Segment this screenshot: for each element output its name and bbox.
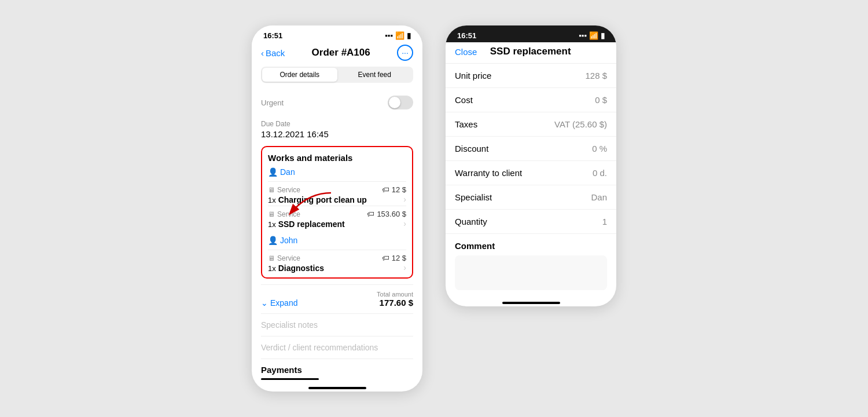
total-label: Total amount xyxy=(377,291,413,298)
chevron-down-icon: ⌄ xyxy=(261,298,268,308)
order-title: Order #A106 xyxy=(312,47,370,58)
specialist-dan[interactable]: 👤 Dan xyxy=(268,167,406,177)
expand-row: ⌄ Expand Total amount 177.60 $ xyxy=(261,284,413,313)
price-value-diagnostics: 12 $ xyxy=(392,254,406,262)
verdict-section[interactable]: Verdict / client recommendations xyxy=(261,336,413,359)
discount-value: 0 % xyxy=(592,144,607,153)
service-icon-diagnostics: 🖥 xyxy=(268,254,275,262)
cost-label: Cost xyxy=(455,95,473,105)
comment-section: Comment xyxy=(446,234,616,297)
expand-label: Expand xyxy=(270,298,297,308)
home-indicator-detail xyxy=(446,297,616,306)
status-icons-dark: ▪▪▪ 📶 ▮ xyxy=(579,31,605,40)
comment-box[interactable] xyxy=(455,255,607,290)
detail-row-quantity[interactable]: Quantity 1 xyxy=(446,210,616,234)
service-type-diagnostics: 🖥 Service xyxy=(268,254,300,262)
detail-title: SSD replacement xyxy=(490,46,571,57)
discount-icon-charging: 🏷 xyxy=(382,185,389,194)
person-icon: 👤 xyxy=(268,167,278,177)
status-bar-dark: 16:51 ▪▪▪ 📶 ▮ xyxy=(446,25,616,42)
tab-event-feed[interactable]: Event feed xyxy=(337,68,413,82)
specialist-dan-name: Dan xyxy=(280,167,295,177)
chevron-right-diagnostics: › xyxy=(403,263,406,272)
due-date-value: 13.12.2021 16:45 xyxy=(261,129,413,139)
due-date-label: Due Date xyxy=(261,120,413,128)
service-name-diagnostics: 1x Diagnostics xyxy=(268,264,324,273)
specialist-value: Dan xyxy=(591,192,607,202)
chevron-right-charging: › xyxy=(403,195,406,204)
warranty-value: 0 d. xyxy=(593,168,607,178)
warranty-label: Warranty to client xyxy=(455,168,522,178)
ssd-detail-phone: 16:51 ▪▪▪ 📶 ▮ Close SSD replacement Unit… xyxy=(446,25,616,306)
status-time-dark: 16:51 xyxy=(457,31,476,40)
service-price-ssd: 🏷 153.60 $ xyxy=(367,210,406,218)
specialist-john[interactable]: 👤 John xyxy=(268,236,406,245)
service-name-row-diagnostics: 1x Diagnostics › xyxy=(268,262,406,273)
home-indicator xyxy=(252,382,422,392)
segment-tabs: Order details Event feed xyxy=(261,67,413,83)
service-item-ssd: 🖥 Service 🏷 153.60 $ 1x SSD replacement xyxy=(268,206,406,230)
red-arrow xyxy=(285,190,337,222)
chevron-right-ssd: › xyxy=(403,219,406,228)
wifi-icon: 📶 xyxy=(395,31,404,40)
payments-line xyxy=(261,378,319,380)
discount-icon-diagnostics: 🏷 xyxy=(382,254,389,262)
back-button[interactable]: ‹ Back xyxy=(261,48,285,58)
payments-title: Payments xyxy=(261,365,413,375)
quantity-value: 1 xyxy=(602,217,607,226)
specialist-label: Specialist xyxy=(455,192,492,202)
urgent-label: Urgent xyxy=(261,98,284,107)
detail-row-cost: Cost 0 $ xyxy=(446,88,616,112)
expand-button[interactable]: ⌄ Expand xyxy=(261,298,297,308)
discount-icon-ssd: 🏷 xyxy=(367,210,374,218)
home-bar-detail xyxy=(502,302,560,304)
service-icon-ssd: 🖥 xyxy=(268,210,275,218)
battery-icon: ▮ xyxy=(407,31,411,40)
top-nav: ‹ Back Order #A106 ··· xyxy=(252,42,422,67)
payments-section: Payments xyxy=(261,359,413,382)
person-icon-john: 👤 xyxy=(268,236,278,245)
chevron-left-icon: ‹ xyxy=(261,48,264,58)
service-row-diagnostics: 🖥 Service 🏷 12 $ xyxy=(268,254,406,262)
tab-order-details[interactable]: Order details xyxy=(262,68,337,82)
quantity-label: Quantity xyxy=(455,217,487,226)
unit-price-label: Unit price xyxy=(455,71,491,81)
status-time: 16:51 xyxy=(263,31,282,40)
discount-label: Discount xyxy=(455,144,488,153)
service-item-diagnostics: 🖥 Service 🏷 12 $ 1x Diagnostics xyxy=(268,250,406,274)
works-title: Works and materials xyxy=(268,153,406,163)
taxes-value: VAT (25.60 $) xyxy=(554,119,607,129)
more-button[interactable]: ··· xyxy=(397,45,413,61)
detail-row-unit-price: Unit price 128 $ xyxy=(446,64,616,88)
status-bar: 16:51 ▪▪▪ 📶 ▮ xyxy=(252,25,422,42)
total-value: 177.60 $ xyxy=(377,298,413,308)
total-column: Total amount 177.60 $ xyxy=(377,291,413,308)
detail-row-specialist[interactable]: Specialist Dan xyxy=(446,185,616,210)
status-icons: ▪▪▪ 📶 ▮ xyxy=(385,31,411,40)
qty-diagnostics: 1x xyxy=(268,264,276,273)
detail-row-discount: Discount 0 % xyxy=(446,137,616,161)
signal-icon: ▪▪▪ xyxy=(385,31,393,40)
service-label-diagnostics: Service xyxy=(277,254,300,262)
order-details-phone: 16:51 ▪▪▪ 📶 ▮ ‹ Back Order #A106 ··· Ord… xyxy=(252,25,422,392)
unit-price-value: 128 $ xyxy=(585,71,607,81)
comment-label: Comment xyxy=(455,241,607,251)
specialist-notes-placeholder: Specialist notes xyxy=(261,320,318,330)
name-diagnostics: Diagnostics xyxy=(278,264,324,273)
detail-row-taxes: Taxes VAT (25.60 $) xyxy=(446,112,616,137)
service-price-diagnostics: 🏷 12 $ xyxy=(382,254,406,262)
urgent-toggle[interactable] xyxy=(388,96,413,109)
detail-row-warranty[interactable]: Warranty to client 0 d. xyxy=(446,161,616,185)
qty-charging: 1x xyxy=(268,196,276,204)
price-value-charging: 12 $ xyxy=(392,185,406,194)
due-date-section: Due Date 13.12.2021 16:45 xyxy=(261,115,413,146)
qty-ssd: 1x xyxy=(268,220,276,229)
service-price-charging: 🏷 12 $ xyxy=(382,185,406,194)
taxes-label: Taxes xyxy=(455,119,477,129)
home-bar xyxy=(308,387,366,389)
detail-nav: Close SSD replacement xyxy=(446,42,616,64)
cost-value: 0 $ xyxy=(595,95,607,105)
specialist-notes-section[interactable]: Specialist notes xyxy=(261,313,413,336)
close-button[interactable]: Close xyxy=(455,47,477,57)
back-label: Back xyxy=(266,48,285,58)
